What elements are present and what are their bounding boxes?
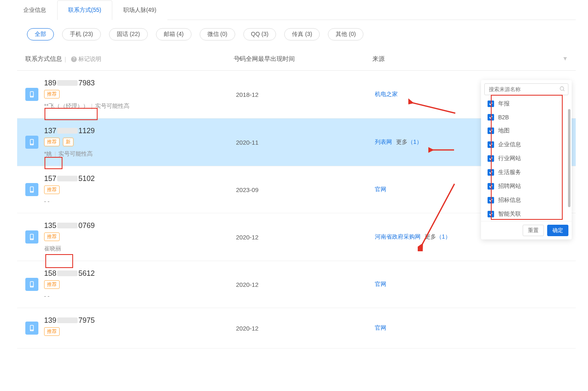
source-link[interactable]: 机电之家 — [375, 91, 398, 97]
filter-option[interactable]: B2B — [481, 111, 572, 124]
more-link[interactable]: 更多（1） — [425, 233, 451, 240]
badge: 新 — [63, 138, 74, 146]
contact-meta: - - — [44, 293, 236, 299]
phone-number: 1897983 — [44, 79, 236, 87]
table-header: 联系方式信息 | ? 标记说明 号码全网最早出现时间 来源 — [17, 48, 576, 71]
pill-mobile[interactable]: 手机 (23) — [62, 28, 101, 40]
row-source: 官网 — [375, 324, 568, 332]
source-filter-dropdown: 年报B2B地图企业信息行业网站生活服务招聘网站招标信息智能关联 重置 确定 — [481, 80, 572, 239]
filter-option-label: 招标信息 — [498, 197, 521, 204]
table-row[interactable]: 1585612推荐- -2020-12官网 — [17, 261, 576, 308]
filter-option-label: 行业网站 — [498, 155, 521, 162]
help-icon[interactable]: ? — [71, 56, 77, 62]
filter-option[interactable]: 行业网站 — [481, 152, 572, 165]
row-date: 2020-12 — [236, 281, 375, 288]
filter-option-label: 智能关联 — [498, 210, 521, 218]
table-row[interactable]: 1397975推荐2020-12官网 — [17, 308, 576, 349]
filter-option[interactable]: 企业信息 — [481, 138, 572, 152]
phone-icon — [25, 136, 38, 149]
phone-number: 1371129 — [44, 127, 236, 135]
reset-button[interactable]: 重置 — [523, 225, 544, 236]
filter-option[interactable]: 招聘网站 — [481, 179, 572, 193]
dropdown-scrollbar[interactable] — [568, 109, 570, 207]
row-info: 1897983推荐**飞（（经理））|实号可能性高 — [44, 79, 236, 110]
contact-meta: - - — [44, 198, 236, 205]
tab-enterprise[interactable]: 企业信息 — [12, 0, 57, 20]
pill-email[interactable]: 邮箱 (4) — [156, 28, 192, 40]
search-icon — [559, 86, 565, 93]
svg-point-18 — [560, 87, 564, 90]
source-link[interactable]: 列表网 — [375, 139, 392, 145]
row-info: 1575102推荐- - — [44, 174, 236, 205]
phone-icon — [25, 278, 38, 291]
badge: 推荐 — [44, 90, 60, 98]
svg-point-17 — [31, 330, 32, 331]
pill-other[interactable]: 其他 (0) — [328, 28, 363, 40]
row-info: 1350769推荐崔晓丽 — [44, 221, 236, 252]
checkbox-icon — [488, 101, 494, 107]
svg-rect-16 — [31, 326, 33, 330]
confirm-button[interactable]: 确定 — [547, 225, 568, 236]
pill-wechat[interactable]: 微信 (0) — [200, 28, 235, 40]
source-search-input[interactable] — [484, 83, 568, 95]
source-link[interactable]: 河南省政府采购网 — [375, 233, 421, 240]
filter-pills: 全部 手机 (23) 固话 (22) 邮箱 (4) 微信 (0) QQ (3) … — [12, 20, 576, 48]
row-info: 1397975推荐 — [44, 316, 236, 340]
source-filter-icon[interactable] — [563, 56, 568, 60]
pill-all[interactable]: 全部 — [27, 28, 54, 40]
filter-option[interactable]: 年报 — [481, 97, 572, 111]
filter-option[interactable]: 生活服务 — [481, 165, 572, 179]
source-link[interactable]: 官网 — [375, 281, 386, 287]
filter-option-label: 招聘网站 — [498, 183, 521, 190]
header-help: 标记说明 — [78, 56, 101, 63]
svg-rect-7 — [31, 187, 33, 191]
filter-option-label: 年报 — [498, 100, 510, 107]
filter-option[interactable]: 智能关联 — [481, 207, 572, 221]
pill-landline[interactable]: 固话 (22) — [109, 28, 148, 40]
checkbox-icon — [488, 197, 494, 203]
svg-rect-10 — [31, 235, 33, 239]
header-source: 来源 — [372, 55, 555, 63]
contact-meta: **飞（（经理））|实号可能性高 — [44, 103, 236, 110]
svg-rect-4 — [31, 140, 33, 144]
checkbox-icon — [488, 155, 494, 162]
row-date: 2020-12 — [236, 234, 375, 241]
svg-point-2 — [31, 96, 32, 97]
phone-number: 1350769 — [44, 221, 236, 230]
checkbox-icon — [488, 169, 494, 176]
badge: 推荐 — [44, 327, 60, 336]
svg-rect-1 — [31, 92, 33, 96]
svg-point-14 — [31, 286, 32, 287]
row-date: 2018-12 — [236, 91, 375, 98]
row-info: 1371129推荐新*姚|实号可能性高 — [44, 127, 236, 158]
phone-icon — [25, 322, 38, 335]
checkbox-icon — [488, 211, 494, 217]
row-source: 官网 — [375, 281, 568, 288]
row-info: 1585612推荐- - — [44, 269, 236, 299]
more-link[interactable]: 更多（1） — [396, 139, 422, 145]
svg-point-11 — [31, 239, 32, 240]
tab-network[interactable]: 职场人脉(49) — [112, 0, 167, 20]
pill-qq[interactable]: QQ (3) — [243, 28, 276, 40]
row-date: 2020-12 — [236, 325, 375, 332]
phone-number: 1585612 — [44, 269, 236, 278]
filter-option-label: 企业信息 — [498, 141, 521, 148]
filter-option-label: 地图 — [498, 127, 510, 134]
svg-point-8 — [31, 192, 32, 192]
filter-option[interactable]: 地图 — [481, 124, 572, 138]
svg-line-19 — [564, 90, 565, 91]
svg-point-5 — [31, 144, 32, 145]
row-date: 2020-11 — [236, 139, 375, 146]
source-link[interactable]: 官网 — [375, 324, 386, 331]
header-info: 联系方式信息 — [25, 55, 62, 63]
filter-option[interactable]: 招标信息 — [481, 193, 572, 207]
pill-fax[interactable]: 传真 (3) — [284, 28, 320, 40]
badge: 推荐 — [44, 232, 60, 241]
row-date: 2023-09 — [236, 186, 375, 193]
contact-meta: *姚|实号可能性高 — [44, 150, 236, 158]
badge: 推荐 — [44, 185, 60, 194]
tab-contact[interactable]: 联系方式(55) — [57, 0, 112, 20]
filter-option-label: 生活服务 — [498, 169, 521, 176]
source-link[interactable]: 官网 — [375, 186, 386, 192]
svg-rect-13 — [31, 282, 33, 286]
